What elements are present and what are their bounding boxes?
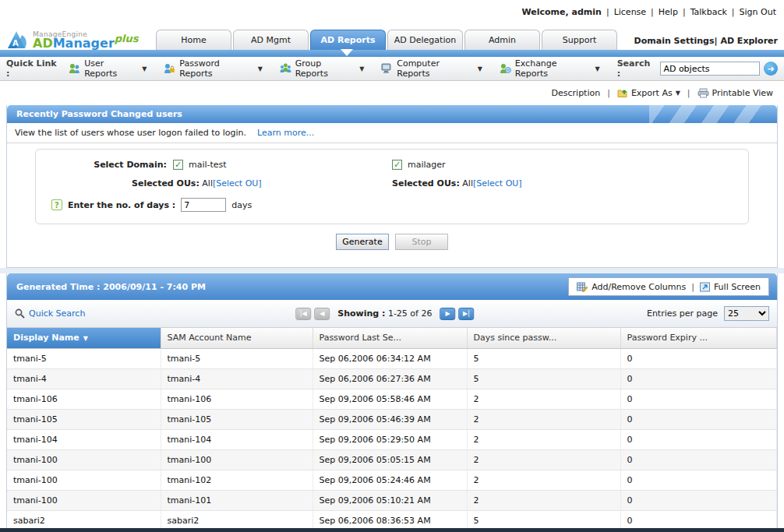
criteria-form: Select Domain: ✓ mail-test ✓ mailager Se… xyxy=(7,143,777,267)
table-cell: 5 xyxy=(467,368,620,389)
welcome-text: Welcome, admin xyxy=(522,7,602,17)
search-go-button[interactable]: ➜ xyxy=(764,62,778,76)
generated-time: Generated Time : 2006/09/11 - 7:40 PM xyxy=(16,282,206,292)
full-screen-button[interactable]: Full Screen xyxy=(700,282,761,292)
blue-strip xyxy=(0,50,784,57)
printable-view-button[interactable]: Printable View xyxy=(697,88,773,98)
sort-desc-icon: ▼ xyxy=(83,335,88,342)
column-header-sam-account[interactable]: SAM Account Name xyxy=(161,328,313,348)
table-cell: Sep 06,2006 06:34:12 AM xyxy=(313,348,467,368)
computer-reports-menu[interactable]: Computer Reports ▼ xyxy=(381,58,482,79)
table-cell: 0 xyxy=(620,470,777,490)
license-link[interactable]: License xyxy=(614,7,646,17)
tab-home[interactable]: Home xyxy=(156,30,231,50)
table-subtoolbar: Quick Search |◀ ◀ Showing : 1-25 of 26 ▶… xyxy=(7,300,777,328)
entries-label: Entries per page xyxy=(647,308,718,319)
chevron-down-icon: ▼ xyxy=(258,65,263,72)
next-page-button[interactable]: ▶ xyxy=(440,308,455,320)
selected-ous-value: All xyxy=(462,178,473,188)
domain-settings-link[interactable]: Domain Settings xyxy=(634,36,715,46)
column-header-days-since[interactable]: Days since passw... xyxy=(467,328,620,348)
table-cell: 2 xyxy=(467,490,620,510)
tab-support[interactable]: Support xyxy=(542,30,617,50)
logo-manager: Manager xyxy=(53,36,115,51)
table-cell: 2 xyxy=(467,409,620,429)
table-cell: tmani-4 xyxy=(161,368,313,389)
export-as-button[interactable]: Export As ▼ xyxy=(617,88,680,98)
table-cell: tmani-102 xyxy=(161,470,313,490)
tab-ad-delegation[interactable]: AD Delegation xyxy=(387,30,463,50)
separator: | xyxy=(651,7,654,17)
logo-text: ManageEngine ADManagerplus xyxy=(33,30,139,50)
learn-more-link[interactable]: Learn more... xyxy=(257,128,314,138)
table-cell: tmani-106 xyxy=(161,389,313,409)
add-remove-columns-button[interactable]: Add/Remove Columns xyxy=(577,282,686,292)
report-title: Recently Password Changed users xyxy=(16,109,182,119)
logo-plus: plus xyxy=(115,33,139,44)
ad-explorer-link[interactable]: AD Explorer xyxy=(720,36,778,46)
tab-admin[interactable]: Admin xyxy=(464,30,540,50)
selected-ous-label: Selected OUs: xyxy=(132,178,200,188)
help-icon[interactable]: ? xyxy=(51,199,62,210)
pager: |◀ ◀ Showing : 1-25 of 26 ▶ ▶| xyxy=(295,308,474,320)
tab-ad-reports[interactable]: AD Reports xyxy=(310,30,386,50)
table-cell: Sep 09,2006 05:29:50 AM xyxy=(313,429,467,449)
search-input[interactable] xyxy=(660,62,760,76)
prev-page-button[interactable]: ◀ xyxy=(314,308,330,320)
column-header-password-expiry[interactable]: Password Expiry ... xyxy=(620,328,777,348)
entries-select[interactable]: 25 xyxy=(724,306,769,321)
select-ou-link[interactable]: [Select OU] xyxy=(213,178,262,188)
table-row: tmani-106tmani-106Sep 09,2006 05:58:46 A… xyxy=(7,389,777,409)
generate-button[interactable]: Generate xyxy=(336,234,389,250)
days-input[interactable] xyxy=(181,198,226,212)
exchange-reports-label: Exchange Reports xyxy=(515,58,592,79)
group-reports-menu[interactable]: Group Reports ▼ xyxy=(280,58,365,79)
criteria-box: Select Domain: ✓ mail-test ✓ mailager Se… xyxy=(35,149,749,224)
table-cell: Sep 09,2006 05:05:15 AM xyxy=(313,449,467,470)
table-cell: tmani-100 xyxy=(161,449,313,470)
quick-link-bar: Quick Link : User Reports ▼ Password Rep… xyxy=(0,57,784,81)
table-cell: tmani-104 xyxy=(7,429,161,449)
svg-text:A: A xyxy=(12,39,19,48)
tab-ad-mgmt[interactable]: AD Mgmt xyxy=(233,30,309,50)
table-cell: 0 xyxy=(620,449,777,470)
description-button[interactable]: Description xyxy=(552,88,601,98)
table-row: tmani-4tmani-4Sep 06,2006 06:27:36 AM50 xyxy=(7,368,777,389)
select-ou-link[interactable]: [Select OU] xyxy=(473,178,522,188)
signout-link[interactable]: Sign Out xyxy=(740,7,776,17)
printer-icon xyxy=(697,88,709,98)
users-icon xyxy=(69,63,80,74)
separator: | xyxy=(691,282,694,292)
talkback-link[interactable]: Talkback xyxy=(690,7,727,17)
domain-name-mail-test: mail-test xyxy=(189,160,227,170)
quick-search-button[interactable]: Quick Search xyxy=(15,308,85,319)
table-row: tmani-105tmani-105Sep 09,2006 05:46:39 A… xyxy=(7,409,777,429)
bottom-strip xyxy=(0,528,784,532)
showing-value: 1-25 of 26 xyxy=(388,308,433,319)
table-cell: tmani-5 xyxy=(7,348,161,368)
table-cell: 2 xyxy=(467,470,620,490)
password-reports-menu[interactable]: Password Reports ▼ xyxy=(164,58,262,79)
table-cell: 0 xyxy=(620,409,777,429)
table-cell: Sep 09,2006 05:24:46 AM xyxy=(313,470,467,490)
exchange-reports-menu[interactable]: Exchange Reports ▼ xyxy=(500,58,600,79)
domain-checkbox-mailager[interactable]: ✓ xyxy=(392,160,402,170)
chevron-down-icon: ▼ xyxy=(595,65,600,72)
user-reports-menu[interactable]: User Reports ▼ xyxy=(69,58,147,79)
help-link[interactable]: Help xyxy=(659,7,678,17)
column-header-password-last-set[interactable]: Password Last Se... xyxy=(313,328,467,348)
last-page-button[interactable]: ▶| xyxy=(458,308,474,320)
table-row: tmani-104tmani-104Sep 09,2006 05:29:50 A… xyxy=(7,429,777,449)
table-cell: tmani-5 xyxy=(161,348,313,368)
report-subtitle: View the list of users whose user logon … xyxy=(15,128,246,138)
table-cell: tmani-100 xyxy=(7,490,161,510)
exchange-icon xyxy=(500,63,511,74)
full-screen-label: Full Screen xyxy=(714,282,761,292)
separator: | xyxy=(715,36,718,46)
stop-button[interactable]: Stop xyxy=(395,234,448,250)
table-cell: tmani-100 xyxy=(7,470,161,490)
column-header-display-name[interactable]: Display Name▼ xyxy=(7,328,161,348)
add-remove-columns-label: Add/Remove Columns xyxy=(592,282,686,292)
domain-checkbox-mail-test[interactable]: ✓ xyxy=(173,160,183,170)
first-page-button[interactable]: |◀ xyxy=(295,308,311,320)
